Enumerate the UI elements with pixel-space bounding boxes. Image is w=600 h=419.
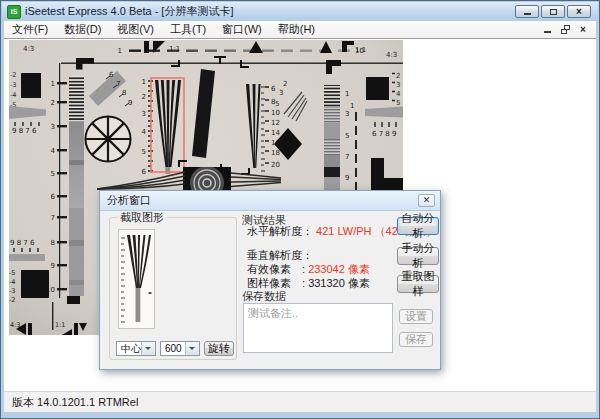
close-button[interactable]: × bbox=[567, 5, 591, 18]
note-placeholder: 测试备注.. bbox=[248, 307, 298, 319]
window-title: iSeetest Express 4.0 Beta - [分辨率测试卡] bbox=[25, 4, 233, 19]
app-icon: iS bbox=[7, 5, 21, 19]
position-select[interactable]: 中心 bbox=[116, 341, 156, 356]
edge-number: 4 bbox=[396, 90, 401, 98]
right-ruler-number: 14 bbox=[271, 129, 280, 137]
left-ruler-number: 2 bbox=[51, 99, 55, 107]
left-ruler-number: 7 bbox=[51, 214, 55, 222]
rotate-button[interactable]: 旋转 bbox=[204, 341, 234, 356]
spoke-circle bbox=[86, 117, 131, 162]
effective-pixels-label: 有效像素 : bbox=[247, 263, 305, 275]
stripe-number: 1 bbox=[345, 90, 349, 98]
chevron-down-icon bbox=[185, 342, 199, 355]
left-ruler-number: 9 bbox=[51, 262, 55, 270]
window-controls: × bbox=[515, 5, 591, 18]
statusbar: 版本 14.0.1201.1 RTMRel bbox=[4, 391, 596, 412]
right-ruler-number: 12 bbox=[271, 119, 280, 127]
aspect-label: 1:1 bbox=[55, 321, 65, 329]
stripe-number: 9 bbox=[345, 174, 349, 182]
settings-button[interactable]: 设置 bbox=[399, 309, 433, 324]
effective-pixels-value: 233042 像素 bbox=[308, 263, 370, 275]
edge-number: -5 bbox=[9, 269, 15, 277]
wedge-scale-number: 6 bbox=[142, 168, 147, 176]
diagonal-number: 3 bbox=[279, 89, 283, 97]
note-textarea[interactable]: 测试备注.. bbox=[243, 303, 393, 353]
pattern-pixels-label: 图样像素 : bbox=[247, 277, 305, 289]
menu-view[interactable]: 视图(V) bbox=[109, 21, 162, 38]
pattern-pixels-value: 331320 像素 bbox=[308, 277, 370, 289]
wedge-scale-number: 1 bbox=[142, 78, 146, 86]
menubar: 文件(F) 数据(D) 视图(V) 工具(T) 窗口(W) 帮助(H) × bbox=[4, 21, 596, 38]
stripe-number: 3 bbox=[345, 110, 349, 118]
menu-tools[interactable]: 工具(T) bbox=[162, 21, 214, 38]
left-ruler-number: 1 bbox=[51, 80, 55, 88]
mdi-child-controls: × bbox=[540, 23, 590, 36]
edge-number: 5 bbox=[396, 99, 400, 107]
maximize-icon bbox=[550, 9, 557, 15]
dash-scale-start: 1 bbox=[118, 47, 122, 55]
menu-help[interactable]: 帮助(H) bbox=[270, 21, 323, 38]
aspect-label: 4:3 bbox=[386, 51, 397, 59]
stripe-number: 5 bbox=[345, 132, 349, 140]
dialog-titlebar[interactable]: 分析窗口 ✕ bbox=[100, 191, 440, 211]
resolution-select-value: 600 bbox=[165, 343, 182, 354]
edge-number: -3 bbox=[10, 81, 16, 89]
menu-window[interactable]: 窗口(W) bbox=[214, 21, 270, 38]
minimize-icon bbox=[524, 13, 531, 15]
analysis-dialog: 分析窗口 ✕ 截取图形 bbox=[99, 190, 441, 370]
save-button[interactable]: 保存 bbox=[399, 332, 433, 347]
diagonal-number: 8 bbox=[122, 89, 126, 97]
wedge-scale-number: 4 bbox=[142, 128, 147, 136]
right-ruler-number: 10 bbox=[271, 109, 280, 117]
capture-group: 截取图形 中心 bbox=[109, 217, 237, 360]
wedge-scale-number: 3 bbox=[142, 110, 146, 118]
mdi-restore-button[interactable] bbox=[558, 24, 572, 36]
aspect-label: 4:3 bbox=[23, 45, 34, 53]
diagonal-number: 5 bbox=[275, 100, 279, 108]
effective-pixels-row: 有效像素 : 233042 像素 bbox=[247, 262, 370, 277]
resolution-select[interactable]: 600 bbox=[160, 341, 200, 356]
dialog-title: 分析窗口 bbox=[100, 193, 151, 208]
dialog-close-button[interactable]: ✕ bbox=[418, 194, 435, 207]
vertical-resolution-row: 垂直解析度： bbox=[247, 248, 313, 263]
minimize-button[interactable] bbox=[515, 5, 539, 18]
menu-data[interactable]: 数据(D) bbox=[56, 21, 109, 38]
right-ruler-number: 18 bbox=[271, 149, 280, 157]
menu-file[interactable]: 文件(F) bbox=[4, 21, 56, 38]
titlebar: iS iSeetest Express 4.0 Beta - [分辨率测试卡] … bbox=[2, 2, 598, 21]
left-ruler-number: 5 bbox=[51, 170, 55, 178]
mdi-minimize-icon bbox=[544, 31, 551, 33]
auto-analyze-button[interactable]: 自动分析 bbox=[397, 217, 439, 235]
left-ruler-number: 6 bbox=[51, 193, 56, 201]
horizontal-resolution-label: 水平解析度： bbox=[247, 225, 313, 237]
edge-number: -2 bbox=[9, 296, 15, 304]
edge-number: -4 bbox=[9, 278, 15, 286]
edge-number: 2 bbox=[396, 72, 400, 80]
left-ruler-number: 4 bbox=[51, 147, 56, 155]
recapture-button[interactable]: 重取图样 bbox=[397, 275, 439, 293]
close-icon: × bbox=[576, 7, 582, 17]
left-ruler-number: 3 bbox=[51, 123, 55, 131]
app-window: iS iSeetest Express 4.0 Beta - [分辨率测试卡] … bbox=[0, 0, 600, 419]
manual-analyze-button[interactable]: 手动分析 bbox=[397, 247, 439, 265]
version-text: 版本 14.0.1201.1 RTMRel bbox=[12, 396, 138, 408]
screen: iS iSeetest Express 4.0 Beta - [分辨率测试卡] … bbox=[0, 0, 600, 419]
edge-number-row: 6 7 8 9 bbox=[372, 130, 397, 138]
edge-number: 3 bbox=[396, 81, 400, 89]
capture-group-label: 截取图形 bbox=[117, 211, 167, 224]
mdi-minimize-button[interactable] bbox=[540, 24, 554, 36]
captured-wedge-graphic bbox=[119, 230, 154, 328]
right-ruler-number: 20 bbox=[271, 161, 280, 169]
diagonal-number: 9 bbox=[128, 99, 132, 107]
right-ruler-number: 6 bbox=[271, 85, 276, 93]
mdi-client-area: 4:3 1:1 1:1 4:3 1 bbox=[4, 38, 596, 391]
captured-wedge-image bbox=[118, 229, 155, 329]
edge-number-row: 9 8 7 6 bbox=[10, 239, 35, 247]
mdi-close-button[interactable]: × bbox=[576, 24, 590, 36]
edge-number: -2 bbox=[10, 71, 16, 79]
wedge-scale-number: 5 bbox=[142, 148, 146, 156]
diagonal-number: 6 bbox=[109, 71, 114, 79]
maximize-button[interactable] bbox=[541, 5, 565, 18]
dash-scale-end: 10 bbox=[355, 47, 364, 55]
scale-one-label: 1 bbox=[350, 102, 354, 110]
